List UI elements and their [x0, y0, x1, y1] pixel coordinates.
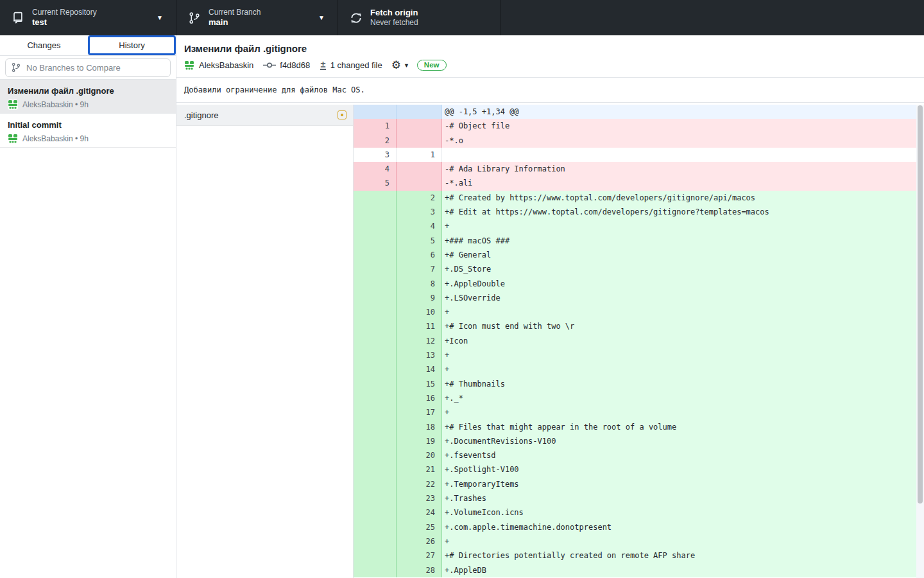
diff-line-text: +.Trashes	[442, 491, 916, 505]
compare-branch-input[interactable]: No Branches to Compare	[5, 58, 171, 77]
diff-row: 12+Icon	[354, 334, 916, 348]
diff-line-text: +.LSOverride	[442, 291, 916, 305]
new-line-number: 12	[397, 334, 442, 348]
old-line-number: 1	[354, 119, 397, 133]
old-line-number	[354, 277, 397, 291]
diff-content-area: .gitignore @@ -1,5 +1,34 @@1-# Object fi…	[176, 105, 924, 578]
diff-row: 6+# General	[354, 248, 916, 262]
tab-history[interactable]: History	[88, 35, 176, 55]
new-line-number	[397, 105, 442, 119]
old-line-number	[354, 420, 397, 434]
new-line-number: 17	[397, 405, 442, 419]
old-line-number: 2	[354, 134, 397, 148]
commit-header: Изменили файл .gitignore AleksBabaskin	[176, 35, 924, 78]
old-line-number	[354, 462, 397, 477]
new-line-number: 13	[397, 348, 442, 362]
new-line-number	[397, 162, 442, 176]
old-line-number	[354, 348, 397, 362]
diff-line-text: +.AppleDouble	[442, 277, 916, 291]
diff-line-text: +.com.apple.timemachine.donotpresent	[442, 520, 916, 534]
diff-panel: @@ -1,5 +1,34 @@1-# Object file2-*.o314-…	[354, 105, 924, 578]
status-badge-new: New	[417, 60, 447, 71]
new-line-number: 9	[397, 291, 442, 305]
new-line-number	[397, 176, 442, 190]
diff-row: 18+# Files that might appear in the root…	[354, 420, 916, 434]
new-line-number: 16	[397, 391, 442, 405]
sidebar-tabs: Changes History	[0, 35, 176, 56]
new-line-number: 21	[397, 462, 442, 477]
old-line-number	[354, 563, 397, 577]
diff-line-text: +	[442, 534, 916, 548]
diff-line-text: +.fseventsd	[442, 448, 916, 462]
old-line-number	[354, 291, 397, 305]
diff-line-text: +.DS_Store	[442, 262, 916, 276]
old-line-number	[354, 391, 397, 405]
current-branch-label: Current Branch	[209, 8, 261, 17]
current-branch-button[interactable]: Current Branch main ▼	[176, 0, 338, 35]
old-line-number	[354, 534, 397, 548]
old-line-number: 3	[354, 148, 397, 162]
current-repository-button[interactable]: Current Repository test ▼	[0, 0, 176, 35]
new-line-number: 8	[397, 277, 442, 291]
sidebar: Changes History No Branches to Compare И…	[0, 35, 176, 578]
fetch-origin-button[interactable]: Fetch origin Never fetched	[338, 0, 501, 35]
old-line-number	[354, 205, 397, 219]
diff-row: 10+	[354, 305, 916, 319]
chevron-down-icon: ▼	[157, 14, 167, 21]
diff-table: @@ -1,5 +1,34 @@1-# Object file2-*.o314-…	[354, 105, 916, 577]
diff-row: 21+.Spotlight-V100	[354, 462, 916, 477]
diff-row: 8+.AppleDouble	[354, 277, 916, 291]
old-line-number	[354, 448, 397, 462]
diff-modified-icon: ±	[320, 60, 325, 70]
file-name: .gitignore	[184, 110, 338, 120]
chevron-down-icon: ▼	[318, 14, 329, 21]
compare-branch-placeholder: No Branches to Compare	[26, 63, 121, 73]
commit-author-time: AleksBabaskin • 9h	[22, 100, 89, 109]
new-line-number: 19	[397, 434, 442, 448]
diff-row: 16+._*	[354, 391, 916, 405]
avatar	[8, 134, 18, 144]
github-desktop-window: Current Repository test ▼ Current Branch…	[0, 0, 924, 578]
diff-row: 27+# Directories potentially created on …	[354, 548, 916, 563]
diff-line-text: +._*	[442, 391, 916, 405]
diff-row: 3+# Edit at https://www.toptal.com/devel…	[354, 205, 916, 219]
diff-row: 1-# Object file	[354, 119, 916, 133]
commit-author-time: AleksBabaskin • 9h	[22, 134, 89, 143]
old-line-number	[354, 405, 397, 419]
avatar	[184, 60, 194, 71]
diff-line-text: +	[442, 219, 916, 233]
diff-line-text: +# Edit at https://www.toptal.com/develo…	[442, 205, 916, 219]
diff-scrollbar-thumb[interactable]	[918, 105, 923, 504]
commit-list-item[interactable]: Изменили файл .gitignore AleksBabaskin •…	[0, 80, 176, 114]
old-line-number	[354, 234, 397, 248]
diff-line-text: +.TemporaryItems	[442, 477, 916, 491]
diff-row: 20+.fseventsd	[354, 448, 916, 462]
diff-line-text: +# Files that might appear in the root o…	[442, 420, 916, 434]
old-line-number	[354, 377, 397, 391]
diff-scrollbar-track[interactable]	[916, 105, 924, 578]
current-branch-texts: Current Branch main	[209, 8, 261, 28]
commit-detail-meta: AleksBabaskin f4d8d68 ± 1 changed file ⚙…	[184, 60, 924, 71]
tab-changes[interactable]: Changes	[0, 35, 88, 55]
diff-row: 7+.DS_Store	[354, 262, 916, 276]
branch-compare-row: No Branches to Compare	[0, 56, 176, 80]
new-line-number: 28	[397, 563, 442, 577]
new-line-number: 7	[397, 262, 442, 276]
file-list-item[interactable]: .gitignore	[176, 105, 353, 126]
new-line-number: 5	[397, 234, 442, 248]
diff-row: @@ -1,5 +1,34 @@	[354, 105, 916, 119]
diff-line-text: -# Ada Library Information	[442, 162, 916, 176]
commit-options-button[interactable]: ⚙ ▼	[391, 60, 409, 71]
new-line-number: 20	[397, 448, 442, 462]
diff-row: 28+.AppleDB	[354, 563, 916, 577]
old-line-number	[354, 548, 397, 563]
diff-row: 23+.Trashes	[354, 491, 916, 505]
commit-list-item[interactable]: Initial commit AleksBabaskin • 9h	[0, 114, 176, 148]
old-line-number	[354, 334, 397, 348]
old-line-number	[354, 491, 397, 505]
new-line-number: 27	[397, 548, 442, 563]
diff-line-text: +	[442, 362, 916, 376]
old-line-number	[354, 191, 397, 205]
commit-meta: AleksBabaskin • 9h	[8, 134, 168, 144]
app-toolbar: Current Repository test ▼ Current Branch…	[0, 0, 924, 35]
